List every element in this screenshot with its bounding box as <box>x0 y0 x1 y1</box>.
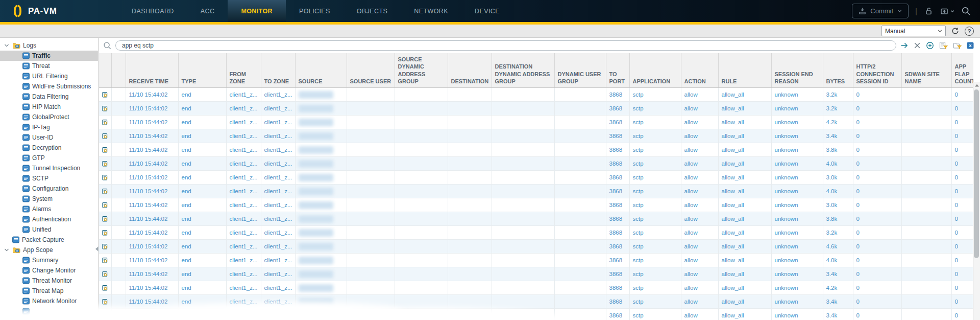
cell-rule[interactable]: allow_all <box>718 267 771 281</box>
cell-bytes[interactable]: 4.6k <box>823 240 853 254</box>
cell-app-flap-count[interactable]: 0 <box>951 129 973 143</box>
commit-button[interactable]: Commit <box>852 4 909 18</box>
cell-rule[interactable]: allow_all <box>718 212 771 226</box>
sidebar-item-logs[interactable]: Logs <box>0 40 98 51</box>
cell-application[interactable]: sctp <box>629 88 681 102</box>
cell-type[interactable]: end <box>178 129 226 143</box>
column-header-bytes[interactable]: BYTES <box>823 53 853 88</box>
column-header-source[interactable]: SOURCE <box>295 53 347 88</box>
column-header-source-user[interactable]: SOURCE USER <box>347 53 395 88</box>
column-header-detail[interactable] <box>99 53 111 88</box>
sidebar-item-alarms[interactable]: Alarms <box>0 204 98 214</box>
cell-action[interactable]: allow <box>681 143 718 157</box>
cell-application[interactable]: sctp <box>629 198 681 212</box>
cell-http2-connection-session-id[interactable]: 0 <box>853 88 901 102</box>
cell-rule[interactable]: allow_all <box>718 143 771 157</box>
cell-bytes[interactable]: 3.2k <box>823 102 853 116</box>
cell-to-port[interactable]: 3868 <box>606 212 629 226</box>
cell-action[interactable]: allow <box>681 198 718 212</box>
cell-receive-time[interactable]: 11/10 15:44:02 <box>126 240 178 254</box>
column-header-source-dynamic-address-group[interactable]: SOURCE DYNAMIC ADDRESS GROUP <box>395 53 448 88</box>
sidebar-item-change-monitor[interactable]: Change Monitor <box>0 265 98 276</box>
cell-app-flap-count[interactable]: 0 <box>951 295 973 309</box>
cell-bytes[interactable]: 3.8k <box>823 143 853 157</box>
nav-tab-device[interactable]: DEVICE <box>461 0 513 22</box>
column-header-session-end-reason[interactable]: SESSION END REASON <box>771 53 823 88</box>
cell-app-flap-count[interactable]: 0 <box>951 171 973 185</box>
cell-session-end-reason[interactable]: unknown <box>771 171 823 185</box>
cell-to-port[interactable]: 3868 <box>606 267 629 281</box>
sidebar-item-data-filtering[interactable]: Data Filtering <box>0 92 98 102</box>
cell-receive-time[interactable]: 11/10 15:44:02 <box>126 171 178 185</box>
cell-from-zone[interactable]: client1_z... <box>226 198 261 212</box>
cell-action[interactable]: allow <box>681 295 718 309</box>
cell-bytes[interactable]: 4.2k <box>823 281 853 295</box>
column-header-application[interactable]: APPLICATION <box>629 53 681 88</box>
cell-receive-time[interactable]: 11/10 15:44:02 <box>126 157 178 171</box>
log-detail-icon[interactable] <box>102 229 108 237</box>
cell-to-port[interactable]: 3868 <box>606 226 629 240</box>
cell-from-zone[interactable]: client1_z... <box>226 116 261 129</box>
log-detail-icon[interactable] <box>102 160 108 168</box>
clear-filter-icon[interactable] <box>914 42 921 49</box>
cell-session-end-reason[interactable]: unknown <box>771 240 823 254</box>
cell-action[interactable]: allow <box>681 267 718 281</box>
cell-type[interactable]: end <box>178 102 226 116</box>
cell-app-flap-count[interactable]: 0 <box>951 185 973 198</box>
column-header-type[interactable]: TYPE <box>178 53 226 88</box>
cell-receive-time[interactable]: 11/10 15:44:02 <box>126 116 178 129</box>
cell-from-zone[interactable]: client1_z... <box>226 102 261 116</box>
cell-receive-time[interactable]: 11/10 15:44:02 <box>126 129 178 143</box>
cell-http2-connection-session-id[interactable]: 0 <box>853 143 901 157</box>
cell-receive-time[interactable]: 11/10 15:44:02 <box>126 281 178 295</box>
sidebar-item-unified[interactable]: Unified <box>0 224 98 235</box>
cell-type[interactable]: end <box>178 212 226 226</box>
sidebar-item-hip-match[interactable]: HIP Match <box>0 102 98 112</box>
sidebar-item-user-id[interactable]: User-ID <box>0 132 98 143</box>
chevron-down-icon[interactable] <box>3 247 10 253</box>
cell-type[interactable]: end <box>178 171 226 185</box>
sidebar-item-globalprotect[interactable]: GlobalProtect <box>0 112 98 122</box>
cell-app-flap-count[interactable]: 0 <box>951 226 973 240</box>
cell-application[interactable]: sctp <box>629 212 681 226</box>
cell-application[interactable]: sctp <box>629 267 681 281</box>
cell-rule[interactable]: allow_all <box>718 129 771 143</box>
cell-http2-connection-session-id[interactable]: 0 <box>853 171 901 185</box>
sidebar-item-authentication[interactable]: Authentication <box>0 214 98 224</box>
cell-to-zone[interactable]: client1_z... <box>261 198 295 212</box>
log-detail-icon[interactable] <box>102 243 108 250</box>
cell-application[interactable]: sctp <box>629 116 681 129</box>
cell-receive-time[interactable]: 11/10 15:44:02 <box>126 143 178 157</box>
log-detail-icon[interactable] <box>102 201 108 209</box>
cell-action[interactable]: allow <box>681 254 718 267</box>
cell-http2-connection-session-id[interactable]: 0 <box>853 116 901 129</box>
cell-to-port[interactable]: 3868 <box>606 116 629 129</box>
cell-action[interactable]: allow <box>681 116 718 129</box>
cell-http2-connection-session-id[interactable]: 0 <box>853 226 901 240</box>
cell-action[interactable]: allow <box>681 171 718 185</box>
cell-to-port[interactable]: 3868 <box>606 185 629 198</box>
cell-application[interactable]: sctp <box>629 254 681 267</box>
cell-from-zone[interactable]: client1_z... <box>226 212 261 226</box>
sidebar-item-ip-tag[interactable]: IP-Tag <box>0 122 98 132</box>
cell-app-flap-count[interactable]: 0 <box>951 240 973 254</box>
cell-to-zone[interactable]: client1_z... <box>261 102 295 116</box>
cell-session-end-reason[interactable]: unknown <box>771 88 823 102</box>
sidebar-item-network-monitor[interactable]: Network Monitor <box>0 296 98 306</box>
column-header-from-zone[interactable]: FROM ZONE <box>226 53 261 88</box>
sidebar-item-threat-monitor[interactable]: Threat Monitor <box>0 276 98 286</box>
cell-session-end-reason[interactable]: unknown <box>771 198 823 212</box>
cell-to-zone[interactable]: client1_z... <box>261 88 295 102</box>
help-icon[interactable]: ? <box>965 27 974 36</box>
column-header-to-port[interactable]: TO PORT <box>606 53 629 88</box>
cell-bytes[interactable]: 3.2k <box>823 226 853 240</box>
log-detail-icon[interactable] <box>102 132 108 140</box>
cell-rule[interactable]: allow_all <box>718 198 771 212</box>
cell-http2-connection-session-id[interactable]: 0 <box>853 212 901 226</box>
sidebar-item-sctp[interactable]: SCTP <box>0 173 98 184</box>
cell-action[interactable]: allow <box>681 88 718 102</box>
cell-to-port[interactable]: 3868 <box>606 171 629 185</box>
cell-http2-connection-session-id[interactable]: 0 <box>853 240 901 254</box>
cell-app-flap-count[interactable]: 0 <box>951 143 973 157</box>
sidebar-item-system[interactable]: System <box>0 194 98 204</box>
